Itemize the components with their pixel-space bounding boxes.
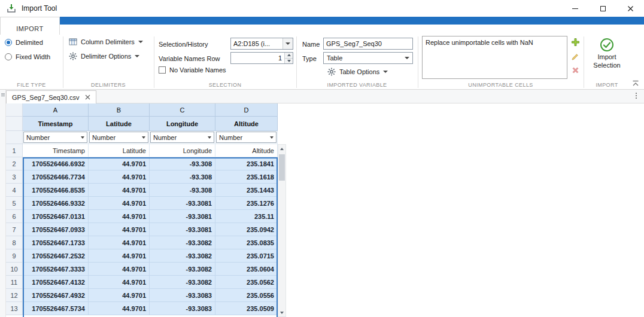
row-number[interactable]: 1 [6, 144, 23, 157]
rule-item[interactable]: Replace unimportable cells with NaN [423, 36, 567, 48]
variable-name-header[interactable]: Timestamp [23, 117, 89, 131]
dropdown-arrow-button[interactable] [282, 38, 293, 49]
table-cell[interactable]: 44.9701 [89, 302, 150, 315]
column-type-dropdown[interactable]: Number [89, 132, 148, 143]
column-delimiters-button[interactable]: Column Delimiters [69, 38, 143, 46]
selection-history-combobox[interactable]: A2:D185 (i... [230, 38, 293, 50]
table-cell[interactable]: 1705526467.3333 [23, 263, 89, 276]
table-cell[interactable]: -93.308 [150, 157, 215, 170]
table-cell[interactable]: 1705526467.1733 [23, 236, 89, 249]
table-cell[interactable]: -93.3081 [150, 197, 215, 210]
table-cell[interactable]: 1705526467.4932 [23, 289, 89, 302]
table-cell[interactable]: -93.3082 [150, 263, 215, 276]
delimiter-options-button[interactable]: Delimiter Options [69, 52, 139, 60]
scroll-up-button[interactable] [278, 145, 285, 153]
table-cell[interactable]: 235.0556 [215, 289, 278, 302]
column-letter-header[interactable]: B [89, 103, 150, 117]
table-cell[interactable]: 1705526467.0131 [23, 210, 89, 223]
table-cell[interactable]: 1705526466.9332 [23, 197, 89, 210]
import-selection-button[interactable]: Import Selection [584, 38, 630, 69]
table-cell[interactable]: 44.9701 [89, 170, 150, 184]
table-cell[interactable]: -93.3082 [150, 236, 215, 249]
column-letter-header[interactable]: A [23, 103, 89, 117]
maximize-button[interactable] [589, 0, 616, 17]
table-cell[interactable]: 235.0562 [215, 276, 278, 289]
row-number[interactable]: 6 [6, 210, 23, 223]
table-cell[interactable]: 44.9701 [89, 236, 150, 249]
row-number[interactable]: 3 [6, 170, 23, 184]
table-cell[interactable]: 1705526467.2532 [23, 249, 89, 263]
vertical-scrollbar[interactable] [278, 144, 286, 317]
panel-grip-handle[interactable] [1, 93, 5, 96]
edit-rule-button[interactable] [571, 52, 580, 61]
table-cell[interactable]: 44.9701 [89, 184, 150, 197]
table-cell[interactable]: 44.9701 [89, 223, 150, 236]
column-letter-header[interactable]: D [215, 103, 278, 117]
table-cell[interactable]: 235.1618 [215, 170, 278, 184]
tab-overflow-menu[interactable] [636, 93, 637, 99]
table-cell[interactable]: 235.0509 [215, 302, 278, 315]
table-cell[interactable]: -93.308 [150, 184, 215, 197]
table-cell[interactable]: -93.3083 [150, 289, 215, 302]
table-cell[interactable]: 1705526467.4132 [23, 276, 89, 289]
spinner-down-button[interactable] [285, 58, 293, 64]
row-number[interactable]: 10 [6, 263, 23, 276]
table-cell[interactable]: Latitude [89, 144, 150, 157]
no-variable-names-checkbox[interactable]: No Variable Names [159, 66, 226, 74]
table-cell[interactable]: Longitude [150, 144, 215, 157]
table-cell[interactable]: 235.0835 [215, 236, 278, 249]
spinner-up-button[interactable] [285, 53, 293, 58]
column-type-dropdown[interactable]: Number [23, 132, 87, 143]
row-number[interactable]: 13 [6, 302, 23, 315]
close-button[interactable] [616, 0, 644, 17]
type-select[interactable]: Table [323, 52, 413, 64]
table-cell[interactable]: -93.3082 [150, 276, 215, 289]
variable-names-row-input[interactable] [231, 53, 284, 63]
row-number[interactable]: 7 [6, 223, 23, 236]
scroll-down-button[interactable] [278, 309, 285, 316]
row-number[interactable]: 5 [6, 197, 23, 210]
variable-names-row-spinner[interactable] [230, 52, 293, 64]
minimize-button[interactable] [561, 0, 589, 17]
tab-close-icon[interactable] [85, 95, 90, 100]
table-cell[interactable]: -93.3081 [150, 223, 215, 236]
table-cell[interactable]: 1705526466.7734 [23, 170, 89, 184]
collapse-toolstrip-button[interactable] [632, 80, 640, 87]
table-cell[interactable]: 44.9701 [89, 249, 150, 263]
table-cell[interactable]: Altitude [215, 144, 278, 157]
column-type-dropdown[interactable]: Number [150, 132, 214, 143]
table-cell[interactable]: 44.9701 [89, 157, 150, 170]
table-cell[interactable]: -93.3081 [150, 210, 215, 223]
column-type-dropdown[interactable]: Number [216, 132, 277, 143]
titlebar[interactable]: Import Tool [0, 0, 644, 17]
row-number[interactable]: 2 [6, 157, 23, 170]
table-cell[interactable]: 1705526466.8535 [23, 184, 89, 197]
variable-name-header[interactable]: Altitude [215, 117, 278, 131]
table-cell[interactable]: 44.9701 [89, 263, 150, 276]
table-options-button[interactable]: Table Options [327, 68, 388, 76]
table-cell[interactable]: 44.9701 [89, 276, 150, 289]
table-cell[interactable]: 1705526467.0933 [23, 223, 89, 236]
unimportable-rules-list[interactable]: Replace unimportable cells with NaN [422, 36, 567, 79]
radio-fixed-width[interactable]: Fixed Width [5, 53, 50, 60]
tab-import[interactable]: IMPORT [0, 17, 60, 35]
column-letter-header[interactable]: C [150, 103, 215, 117]
delete-rule-button[interactable] [572, 66, 579, 74]
radio-delimited[interactable]: Delimited [5, 39, 43, 46]
add-rule-button[interactable] [571, 38, 580, 47]
row-number[interactable]: 4 [6, 184, 23, 197]
table-cell[interactable]: 235.1841 [215, 157, 278, 170]
table-cell[interactable]: 235.0604 [215, 263, 278, 276]
table-cell[interactable]: 235.0942 [215, 223, 278, 236]
table-cell[interactable]: 44.9701 [89, 289, 150, 302]
table-cell[interactable]: -93.3082 [150, 249, 215, 263]
table-cell[interactable]: 1705526466.6932 [23, 157, 89, 170]
variable-name-header[interactable]: Longitude [150, 117, 215, 131]
table-cell[interactable]: 235.1443 [215, 184, 278, 197]
row-number[interactable]: 11 [6, 276, 23, 289]
table-cell[interactable]: 235.0715 [215, 249, 278, 263]
table-cell[interactable]: 44.9701 [89, 210, 150, 223]
scroll-thumb[interactable] [279, 154, 285, 181]
table-cell[interactable]: -93.3083 [150, 302, 215, 315]
row-number[interactable]: 12 [6, 289, 23, 302]
